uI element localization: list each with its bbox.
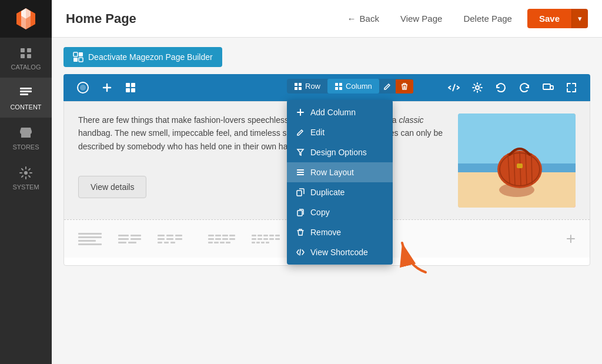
page-builder: Deactivate Magezon Page Builder	[52, 38, 602, 364]
ctx-edit-button[interactable]	[379, 79, 396, 93]
topbar: Home Page ← Back View Page Delete Page S…	[52, 0, 602, 38]
svg-rect-21	[126, 88, 130, 92]
toolbar-grid-button[interactable]	[121, 79, 140, 96]
main-content: Home Page ← Back View Page Delete Page S…	[52, 0, 602, 364]
system-icon	[18, 165, 34, 181]
column-tab[interactable]: Column	[327, 79, 379, 93]
svg-rect-27	[299, 83, 302, 86]
block-icon-1	[78, 233, 102, 245]
builder-toolbar: Row Column	[63, 74, 590, 101]
svg-rect-5	[21, 48, 25, 52]
toolbar-circle-icon[interactable]	[73, 79, 93, 96]
system-label: SYSTEM	[12, 183, 39, 191]
block-icon-4	[208, 235, 235, 243]
svg-rect-25	[550, 86, 553, 89]
sidebar-item-stores[interactable]: STORES	[0, 118, 52, 158]
catalog-icon	[18, 45, 34, 61]
svg-rect-14	[79, 52, 83, 56]
toolbar-responsive-button[interactable]	[539, 79, 557, 96]
page-title: Home Page	[66, 11, 332, 26]
dropdown-duplicate[interactable]: Duplicate	[287, 182, 393, 202]
toolbar-code-button[interactable]	[444, 79, 463, 96]
dropdown-remove[interactable]: Remove	[287, 222, 393, 242]
back-arrow-icon: ←	[347, 14, 356, 24]
svg-rect-10	[20, 91, 32, 92]
svg-rect-19	[126, 83, 130, 87]
add-block-button[interactable]: +	[566, 229, 576, 248]
dropdown-design-options[interactable]: Design Options	[287, 142, 393, 162]
dropdown-menu: Add Column Edit Design Options	[287, 100, 393, 265]
toolbar-settings-button[interactable]	[468, 79, 487, 96]
sidebar-item-content[interactable]: CONTENT	[0, 78, 52, 118]
svg-rect-35	[297, 172, 304, 173]
svg-rect-24	[543, 84, 550, 89]
view-page-button[interactable]: View Page	[394, 10, 448, 27]
svg-rect-8	[27, 54, 31, 58]
block-icon-3	[158, 235, 182, 243]
toolbar-undo-button[interactable]	[491, 79, 510, 96]
content-label: CONTENT	[10, 103, 41, 111]
svg-rect-15	[73, 58, 78, 62]
block-icon-5	[252, 235, 280, 243]
svg-rect-38	[297, 211, 302, 216]
svg-rect-7	[21, 54, 25, 58]
svg-rect-6	[27, 48, 31, 52]
dropdown-copy[interactable]: Copy	[287, 202, 393, 222]
svg-rect-36	[297, 174, 304, 175]
chevron-down-icon: ▾	[578, 14, 582, 23]
stores-icon	[18, 125, 34, 141]
svg-rect-33	[339, 87, 342, 90]
dropdown-edit[interactable]: Edit	[287, 122, 393, 142]
svg-rect-26	[295, 83, 297, 86]
svg-point-18	[80, 85, 86, 91]
row-tab[interactable]: Row	[287, 79, 327, 93]
toolbar-fullscreen-button[interactable]	[562, 79, 581, 96]
back-button[interactable]: ← Back	[342, 10, 385, 27]
magento-logo-icon	[13, 6, 39, 32]
svg-rect-13	[73, 52, 78, 56]
toolbar-redo-button[interactable]	[515, 79, 534, 96]
toolbar-add-button[interactable]	[98, 79, 116, 96]
block-icon-2	[118, 235, 141, 243]
svg-rect-50	[517, 163, 523, 168]
sidebar-item-system[interactable]: SYSTEM	[0, 158, 52, 198]
sidebar: CATALOG CONTENT STORES SYSTEM	[0, 0, 52, 364]
svg-line-49	[531, 153, 532, 184]
sidebar-logo	[0, 0, 52, 38]
ctx-delete-button[interactable]	[396, 79, 413, 93]
dropdown-view-shortcode[interactable]: View Shortcode	[287, 242, 393, 262]
delete-page-button[interactable]: Delete Page	[457, 10, 518, 27]
view-details-button[interactable]: View details	[78, 176, 146, 198]
page-builder-icon	[73, 52, 83, 62]
stores-label: STORES	[12, 143, 39, 151]
svg-rect-30	[335, 83, 338, 86]
svg-rect-34	[297, 169, 304, 171]
svg-rect-11	[20, 93, 28, 95]
sidebar-item-catalog[interactable]: CATALOG	[0, 38, 52, 78]
save-dropdown-button[interactable]: ▾	[571, 9, 588, 28]
deactivate-bar[interactable]: Deactivate Magezon Page Builder	[63, 47, 222, 67]
svg-rect-20	[131, 83, 135, 87]
save-button-group: Save ▾	[527, 9, 588, 28]
dropdown-add-column[interactable]: Add Column	[287, 102, 393, 122]
content-image	[458, 113, 576, 208]
save-button[interactable]: Save	[527, 9, 571, 28]
svg-point-23	[476, 86, 479, 89]
arrow-icon	[396, 231, 432, 278]
svg-rect-31	[339, 83, 342, 86]
svg-rect-16	[79, 58, 83, 62]
svg-rect-9	[20, 88, 32, 89]
svg-rect-29	[299, 87, 302, 90]
arrow-indicator	[396, 231, 432, 278]
svg-point-12	[24, 171, 28, 175]
catalog-label: CATALOG	[11, 64, 41, 71]
svg-rect-32	[335, 87, 338, 90]
handbag-image	[458, 113, 576, 208]
svg-rect-22	[131, 88, 135, 92]
svg-rect-28	[295, 87, 297, 90]
svg-rect-37	[297, 191, 302, 196]
context-toolbar: Row Column	[287, 79, 413, 93]
content-icon	[18, 85, 34, 101]
dropdown-row-layout[interactable]: Row Layout	[287, 162, 393, 182]
